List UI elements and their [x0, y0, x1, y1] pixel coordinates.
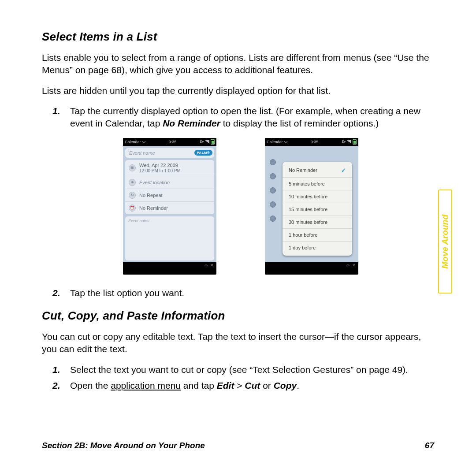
- event-editor: Event name PALM® ▦ Wed, Apr 22 2009 12:0…: [123, 146, 216, 268]
- dim-icon: [270, 216, 276, 222]
- steps-select-list: Tap the currently displayed option to op…: [52, 105, 432, 130]
- phone-left: Calendar 9:35 Ev Event name PALM®: [123, 138, 216, 275]
- page-content: Select Items in a List Lists enable you …: [42, 30, 432, 400]
- para-lists-hidden: Lists are hidden until you tap the curre…: [42, 85, 432, 97]
- heading-select-items: Select Items in a List: [42, 30, 432, 44]
- step2-text-b: and tap: [181, 380, 217, 390]
- steps-cut-copy: Select the text you want to cut or copy …: [52, 364, 432, 392]
- reminder-list-screen: No Reminder ✓ 5 minutes before 10 minute…: [265, 146, 358, 268]
- statusbar-ev: Ev: [200, 140, 204, 144]
- reminder-option[interactable]: 30 minutes before: [283, 216, 352, 229]
- event-reminder-row[interactable]: ⏰ No Reminder: [125, 202, 214, 214]
- lip-glyph: ∞: [347, 263, 350, 268]
- dim-icon: [270, 201, 276, 208]
- chevron-down-icon: [284, 140, 287, 143]
- statusbar-app: Calendar: [125, 140, 141, 144]
- option-label: 5 minutes before: [289, 181, 325, 186]
- notes-placeholder: Event notes: [128, 219, 149, 223]
- application-menu-link[interactable]: application menu: [111, 380, 181, 390]
- statusbar-app: Calendar: [267, 140, 283, 144]
- step-2: Open the application menu and tap Edit >…: [52, 379, 432, 392]
- step-1: Tap the currently displayed option to op…: [52, 105, 432, 130]
- status-bar: Calendar 9:35 Ev: [123, 138, 216, 146]
- repeat-icon: ↻: [129, 192, 136, 199]
- step1-text-b: to display the list of reminder options.…: [220, 118, 379, 128]
- event-notes-field[interactable]: Event notes: [125, 216, 214, 260]
- reminder-option[interactable]: 1 day before: [283, 242, 352, 254]
- screenshot-row: Calendar 9:35 Ev Event name PALM®: [123, 138, 432, 275]
- battery-icon: [211, 139, 215, 145]
- signal-icon: [205, 140, 209, 144]
- text-cursor-icon: [128, 150, 128, 156]
- steps-select-list-cont: Tap the list option you want.: [52, 287, 432, 299]
- event-date-row[interactable]: ▦ Wed, Apr 22 2009 12:00 PM to 1:00 PM: [125, 160, 214, 176]
- dim-icon: [270, 159, 276, 165]
- dim-icon: [270, 173, 276, 179]
- battery-icon: [353, 139, 357, 145]
- cut-label: Cut: [245, 380, 260, 390]
- reminder-option[interactable]: 5 minutes before: [283, 178, 352, 190]
- event-repeat-row[interactable]: ↻ No Repeat: [125, 189, 214, 202]
- location-icon: ⊕: [129, 179, 136, 186]
- chevron-down-icon: [142, 140, 145, 143]
- para-cut-copy-intro: You can cut or copy any editable text. T…: [42, 331, 432, 356]
- para-lists-intro: Lists enable you to select from a range …: [42, 52, 432, 77]
- option-label: 1 hour before: [289, 232, 317, 238]
- option-label: 30 minutes before: [289, 219, 327, 225]
- statusbar-ev: Ev: [342, 140, 346, 144]
- option-label: 15 minutes before: [289, 207, 327, 212]
- option-label: No Reminder: [289, 167, 317, 173]
- dim-icon: [270, 187, 276, 193]
- status-bar: Calendar 9:35 Ev: [265, 138, 358, 146]
- heading-cut-copy-paste: Cut, Copy, and Paste Information: [42, 309, 432, 323]
- event-name-placeholder: Event name: [129, 150, 194, 156]
- event-location-placeholder: Event location: [139, 180, 170, 185]
- reminder-popup-list: No Reminder ✓ 5 minutes before 10 minute…: [283, 162, 352, 256]
- footer-page-number: 67: [425, 441, 434, 450]
- event-location-row[interactable]: ⊕ Event location: [125, 176, 214, 189]
- lip-scissors-icon: ✕: [352, 263, 356, 268]
- step2-end: .: [297, 380, 299, 390]
- repeat-label: No Repeat: [139, 193, 163, 198]
- lip-scissors-icon: ✕: [210, 263, 214, 268]
- reminder-option[interactable]: 15 minutes before: [283, 203, 352, 216]
- manual-page: Select Items in a List Lists enable you …: [0, 0, 476, 476]
- or-text: or: [260, 380, 273, 390]
- copy-label: Copy: [274, 380, 297, 390]
- alarm-icon: ⏰: [129, 205, 136, 212]
- gesture-area[interactable]: ∞ ✕: [265, 262, 358, 268]
- lip-glyph: ∞: [205, 263, 208, 268]
- page-footer: Section 2B: Move Around on Your Phone 67: [42, 441, 434, 450]
- gt-separator: >: [234, 380, 245, 390]
- gesture-area[interactable]: ∞ ✕: [123, 262, 216, 268]
- reminder-option[interactable]: 1 hour before: [283, 229, 352, 242]
- reminder-label: No Reminder: [139, 205, 168, 211]
- statusbar-time: 9:35: [169, 140, 177, 144]
- calendar-icon: ▦: [129, 164, 136, 171]
- event-name-field[interactable]: Event name PALM®: [125, 148, 214, 158]
- side-tab-label: Move Around: [440, 215, 450, 269]
- option-label: 10 minutes before: [289, 194, 327, 199]
- account-badge[interactable]: PALM®: [194, 150, 212, 156]
- edit-label: Edit: [217, 380, 234, 390]
- statusbar-time: 9:35: [311, 140, 319, 144]
- event-fields: ▦ Wed, Apr 22 2009 12:00 PM to 1:00 PM ⊕…: [125, 160, 214, 214]
- option-label: 1 day before: [289, 245, 316, 250]
- date-line2: 12:00 PM to 1:00 PM: [139, 168, 181, 173]
- reminder-option[interactable]: No Reminder ✓: [283, 164, 352, 178]
- step1-bold: No Reminder: [163, 118, 220, 128]
- reminder-option[interactable]: 10 minutes before: [283, 190, 352, 203]
- step-2: Tap the list option you want.: [52, 287, 432, 299]
- checkmark-icon: ✓: [341, 167, 346, 174]
- side-tab-move-around: Move Around: [438, 190, 452, 294]
- signal-icon: [347, 140, 351, 144]
- footer-section: Section 2B: Move Around on Your Phone: [42, 441, 205, 450]
- step2-text-a: Open the: [70, 380, 111, 390]
- phone-right: Calendar 9:35 Ev: [265, 138, 358, 275]
- step-1: Select the text you want to cut or copy …: [52, 364, 432, 376]
- date-line1: Wed, Apr 22 2009: [139, 163, 181, 168]
- dimmed-icons-column: [265, 146, 281, 262]
